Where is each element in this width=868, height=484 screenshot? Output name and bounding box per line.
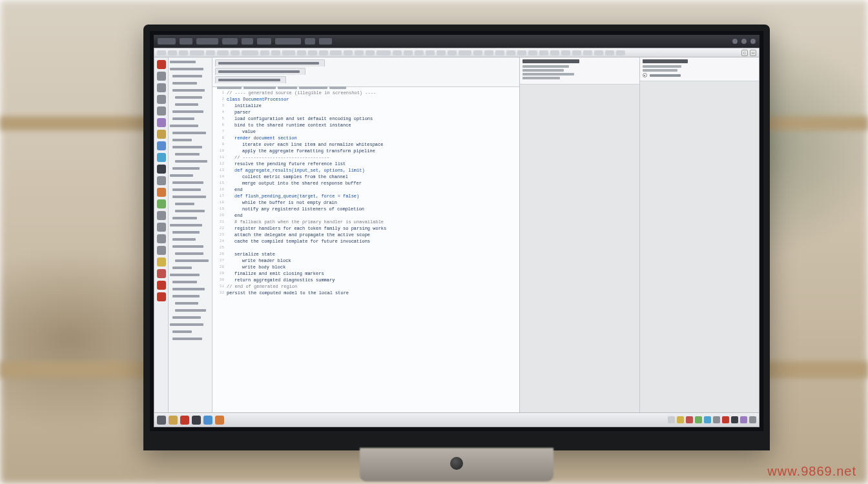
outline-item[interactable]	[170, 279, 211, 285]
outline-item[interactable]	[170, 329, 211, 334]
toolbar-button[interactable]	[616, 50, 625, 55]
toolbar-button[interactable]	[393, 50, 402, 55]
code-line[interactable]: 32persist the computed model to the loca…	[215, 290, 515, 296]
outline-item[interactable]	[170, 173, 211, 178]
toolbar-button[interactable]	[605, 50, 614, 55]
outline-item[interactable]	[170, 265, 211, 270]
run-app-icon[interactable]	[215, 416, 224, 425]
outline-item[interactable]	[170, 244, 211, 249]
toolbar-button[interactable]	[404, 50, 413, 55]
code-line[interactable]: 2class DocumentProcessor	[215, 96, 515, 103]
outline-item[interactable]	[170, 308, 211, 313]
warn-icon[interactable]	[157, 257, 166, 267]
toolbar-button[interactable]	[473, 50, 482, 55]
os-toolbar-item[interactable]	[257, 38, 271, 45]
file-icon[interactable]	[157, 72, 166, 81]
toolbar-button[interactable]	[415, 50, 424, 55]
os-toolbar-item[interactable]	[196, 38, 218, 45]
window-min-icon[interactable]	[732, 39, 738, 44]
info-icon[interactable]	[157, 246, 166, 255]
settings-icon[interactable]	[157, 234, 166, 243]
code-line[interactable]: 25	[215, 245, 515, 251]
outline-panel[interactable]	[169, 57, 212, 412]
mail-icon[interactable]	[203, 416, 212, 425]
code-line[interactable]: 27write header block	[215, 257, 515, 264]
toolbar-button[interactable]	[517, 50, 526, 55]
toolbar-button[interactable]	[217, 50, 229, 55]
toolbar-button[interactable]	[484, 50, 493, 55]
panel-row[interactable]	[522, 77, 560, 79]
folder-icon[interactable]	[157, 130, 166, 139]
outline-item[interactable]	[170, 180, 211, 185]
toolbar-button-h[interactable]: H	[750, 50, 756, 56]
code-line[interactable]: 20end	[215, 212, 515, 219]
code-line[interactable]: 10apply the aggregate formatting transfo…	[215, 148, 515, 154]
tray-4[interactable]	[695, 416, 702, 423]
outline-item[interactable]	[170, 145, 211, 150]
os-toolbar-item[interactable]	[158, 38, 176, 45]
outline-item[interactable]	[170, 166, 211, 171]
toolbar-button[interactable]	[271, 50, 280, 55]
outline-item[interactable]	[170, 208, 211, 214]
code-line[interactable]: 8render document section	[215, 135, 515, 141]
code-line[interactable]: 9iterate over each line item and normali…	[215, 141, 515, 148]
toolbar-button[interactable]	[459, 50, 471, 55]
outline-item[interactable]	[170, 109, 211, 114]
search-icon[interactable]	[157, 95, 166, 104]
editor-tab[interactable]	[215, 59, 325, 66]
toolbar-button[interactable]	[319, 50, 328, 55]
os-toolbar-item[interactable]	[305, 38, 315, 45]
toolbar-button[interactable]	[506, 50, 515, 55]
editor-tabstrip[interactable]	[212, 57, 519, 87]
outline-item[interactable]	[170, 258, 211, 263]
code-line[interactable]: 4parser	[215, 109, 515, 116]
toolbar-button[interactable]	[242, 50, 258, 55]
code-line[interactable]: 3initialize	[215, 103, 515, 109]
error-icon[interactable]	[157, 269, 166, 278]
toolbar-button[interactable]	[190, 50, 204, 55]
code-line[interactable]: 29finalize and emit closing markers	[215, 270, 515, 277]
code-line[interactable]: 23attach the delegate and propagate the …	[215, 232, 515, 238]
taskbar[interactable]	[154, 412, 759, 427]
panel-row[interactable]	[643, 65, 681, 68]
code-line[interactable]: 21# fallback path when the primary handl…	[215, 219, 515, 225]
toolbar-button[interactable]	[561, 50, 570, 55]
outline-item[interactable]	[170, 88, 211, 93]
terminal-icon[interactable]	[157, 165, 166, 174]
outline-panel-2[interactable]	[640, 57, 760, 412]
ide-toolbar[interactable]: C H	[154, 48, 759, 57]
os-toolbar-item[interactable]	[222, 38, 238, 45]
tray-6[interactable]	[713, 416, 720, 423]
outline-item[interactable]	[170, 272, 211, 277]
edit-icon[interactable]	[157, 83, 166, 92]
tray-2[interactable]	[677, 416, 684, 423]
toolbar-button[interactable]	[437, 50, 446, 55]
window-close-icon[interactable]	[750, 39, 756, 44]
editor-tab[interactable]	[215, 76, 286, 83]
code-line[interactable]: 19notify any registered listeners of com…	[215, 206, 515, 212]
nav-icon[interactable]	[157, 106, 166, 116]
code-line[interactable]: 26serialize state	[215, 251, 515, 257]
start-icon[interactable]	[157, 416, 166, 425]
code-line[interactable]: 24cache the compiled template for future…	[215, 238, 515, 245]
toolbar-button[interactable]	[330, 50, 342, 55]
os-toolbar-item[interactable]	[275, 38, 301, 45]
code-line[interactable]: 31// end of generated region	[215, 283, 515, 290]
code-line[interactable]: 11// --------------------------------	[215, 154, 515, 161]
code-line[interactable]: 22register handlers for each token famil…	[215, 225, 515, 232]
tray-7[interactable]	[722, 416, 729, 423]
outline-item[interactable]	[170, 230, 211, 235]
editor-tab[interactable]	[215, 68, 305, 75]
outline-item[interactable]	[170, 74, 211, 79]
outline-item[interactable]	[170, 223, 211, 228]
code-line[interactable]: 15merge output into the shared response …	[215, 180, 515, 187]
code-editor[interactable]: 1// ---- generated source (illegible in …	[212, 57, 520, 412]
os-toolbar-item[interactable]	[180, 38, 192, 45]
code-line[interactable]: 14collect metric samples from the channe…	[215, 174, 515, 180]
outline-item[interactable]	[170, 152, 211, 157]
toolbar-button[interactable]	[377, 50, 391, 55]
toolbar-button[interactable]	[572, 50, 581, 55]
outline-item[interactable]	[170, 251, 211, 256]
stop-icon[interactable]	[157, 281, 166, 290]
panel-row[interactable]	[522, 65, 569, 68]
